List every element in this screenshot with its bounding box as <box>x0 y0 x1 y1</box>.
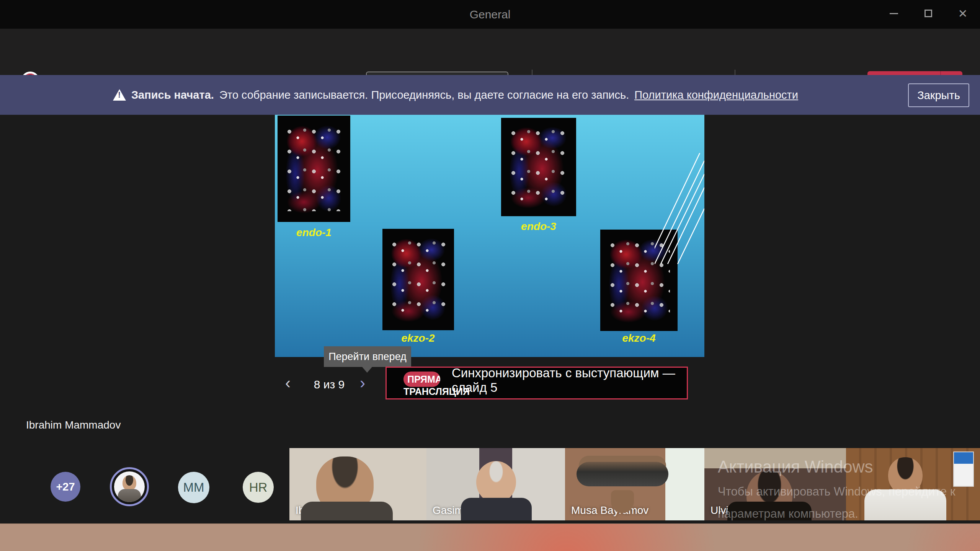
maximize-button[interactable] <box>911 0 946 27</box>
slide-decoration-lines <box>655 138 704 264</box>
tooltip: Перейти вперед <box>324 346 411 367</box>
video-tile[interactable]: Ibrahim Mammadov <box>289 448 426 520</box>
next-slide-button[interactable]: › <box>360 375 365 391</box>
close-icon: ✕ <box>958 7 967 20</box>
banner-bold-text: Запись начата. <box>131 89 214 101</box>
video-tile[interactable]: Gasim Huseynov <box>426 448 565 520</box>
video-participant-name: Gasim Huseynov <box>433 504 514 517</box>
video-tile[interactable]: Musa Bayramov <box>565 448 704 520</box>
avatar-initials-hr[interactable]: HR <box>243 472 274 503</box>
sync-to-presenter-bar[interactable]: ПРЯМАЯ ТРАНСЛЯЦИЯ Синхронизировать с выс… <box>385 367 688 399</box>
participants-overflow-badge[interactable]: +27 <box>51 472 80 502</box>
video-tile[interactable]: Ulviyya Askerova <box>704 448 846 520</box>
molecule-image-endo-1 <box>278 116 350 222</box>
avatar <box>114 471 145 502</box>
avatar-initials-mm[interactable]: MM <box>178 472 209 503</box>
windows-taskbar: T W T AZE 12:01 26.05.2021 <box>0 523 980 551</box>
banner-close-button[interactable]: Закрыть <box>908 83 969 107</box>
video-participant-name: Musa Bayramov <box>571 504 648 517</box>
privacy-policy-link[interactable]: Политика конфиденциальности <box>634 89 798 101</box>
molecule-label: ekzo-4 <box>608 332 670 344</box>
maximize-icon <box>924 10 932 17</box>
video-participant-name: Ibrahim Mammadov <box>296 504 390 517</box>
close-button[interactable]: ✕ <box>946 0 980 27</box>
wall-calendar <box>953 452 974 487</box>
warning-icon <box>113 89 126 101</box>
window-titlebar: General ✕ <box>0 0 980 29</box>
molecule-label: ekzo-2 <box>387 332 449 344</box>
minimize-button[interactable] <box>877 0 911 27</box>
previous-slide-button[interactable]: ‹ <box>285 375 291 391</box>
molecule-label: endo-3 <box>507 220 570 233</box>
video-participant-name: Ulviyya Askerova <box>710 504 792 517</box>
recording-banner: Запись начата. Это собрание записывается… <box>0 75 980 115</box>
live-badge: ПРЯМАЯ <box>403 372 440 387</box>
meeting-toolbar: 02:06:11 Получить управление ••• Выйти <box>0 29 980 75</box>
banner-body-text: Это собрание записывается. Присоединяясь… <box>219 89 629 101</box>
molecule-image-ekzo-2 <box>382 229 454 330</box>
tooltip-pointer <box>362 367 372 373</box>
window-title: General <box>0 0 980 29</box>
molecule-image-endo-3 <box>501 118 576 216</box>
shared-slide: endo-1 endo-3 ekzo-2 ekzo-4 <box>275 115 704 357</box>
sync-to-presenter-label: Синхронизировать с выступающим — слайд 5 <box>452 368 687 393</box>
minimize-icon <box>890 13 898 14</box>
slide-page-indicator: 8 из 9 <box>306 378 352 391</box>
molecule-label: endo-1 <box>283 227 345 239</box>
recording-banner-content: Запись начата. Это собрание записывается… <box>113 89 798 101</box>
stage-area: endo-1 endo-3 ekzo-2 ekzo-4 Перейти впер… <box>0 115 980 523</box>
speaking-avatar-ring[interactable] <box>110 467 149 506</box>
presenter-name-label: Ibrahim Mammadov <box>26 419 121 431</box>
